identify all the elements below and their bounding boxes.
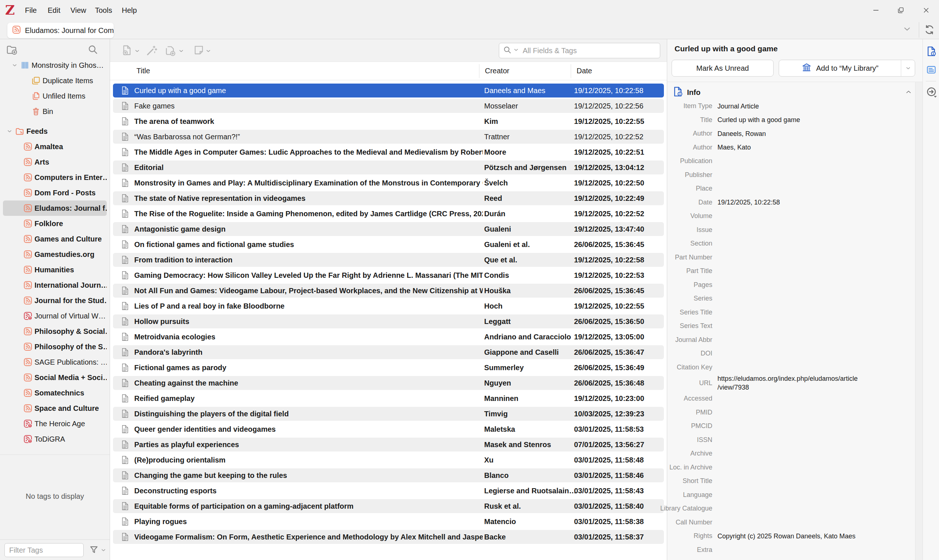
- new-attachment-chevron-icon[interactable]: [178, 48, 184, 55]
- new-item-chevron-icon[interactable]: [134, 48, 140, 55]
- column-header-date[interactable]: Date: [577, 67, 592, 75]
- search-dropdown-chevron-icon[interactable]: [513, 47, 519, 54]
- sidebar-item-feeds[interactable]: Feeds: [3, 123, 107, 139]
- table-row[interactable]: Lies of P and a real boy in fake Bloodbo…: [113, 299, 664, 313]
- column-header-title[interactable]: Title: [136, 67, 150, 75]
- mark-as-unread-button[interactable]: Mark As Unread: [672, 60, 774, 77]
- info-field-library-catalogue[interactable]: Library Catalogue: [667, 502, 915, 515]
- table-row[interactable]: Not All Fun and Games: Videogame Labour,…: [113, 284, 664, 298]
- add-by-identifier-wand-icon[interactable]: [145, 45, 158, 58]
- table-row[interactable]: Antagonistic game designGualeni19/12/202…: [113, 222, 664, 236]
- info-field-archive[interactable]: Archive: [667, 447, 915, 461]
- info-field-issue[interactable]: Issue: [667, 223, 915, 237]
- sidebar-item-dom-ford-posts[interactable]: Dom Ford - Posts: [3, 185, 107, 200]
- menu-view[interactable]: View: [68, 0, 88, 20]
- table-row[interactable]: “Was Barbarossa not German?!”Trattner19/…: [113, 130, 664, 144]
- info-field-citation-key[interactable]: Citation Key: [667, 361, 915, 375]
- sidebar-item-games-and-culture[interactable]: Games and Culture: [3, 231, 107, 247]
- sidebar-item-philosophy-of-the-s[interactable]: Philosophy of the S…: [3, 339, 107, 354]
- sidebar-item-journal-of-virtual-w[interactable]: Journal of Virtual W…: [3, 308, 107, 324]
- sidebar-item-monstrosity-in-ghos[interactable]: Monstrosity in Ghos…: [3, 57, 107, 73]
- collection-search-icon[interactable]: [87, 44, 98, 57]
- minimize-icon[interactable]: [868, 0, 884, 20]
- sidebar-item-bin[interactable]: Bin: [3, 104, 107, 119]
- sidebar-item-humanities[interactable]: Humanities: [3, 262, 107, 277]
- sidebar-item-amaltea[interactable]: Amaltea: [3, 139, 107, 154]
- table-row[interactable]: The arena of teamworkKim19/12/2025, 10:2…: [113, 114, 664, 128]
- table-row[interactable]: Distinguishing the players of the digita…: [113, 407, 664, 421]
- info-field-author[interactable]: AuthorDaneels, Rowan: [667, 127, 915, 141]
- info-field-rights[interactable]: RightsCopyright (c) 2025 Rowan Daneels, …: [667, 529, 915, 543]
- table-row[interactable]: Changing the game but keeping to the rul…: [113, 468, 664, 482]
- tab-list-chevron-icon[interactable]: [902, 24, 912, 35]
- table-row[interactable]: From tradition to interactionQue et al.1…: [113, 253, 664, 267]
- info-field-pmcid[interactable]: PMCID: [667, 419, 915, 433]
- table-row[interactable]: The Middle Ages in Computer Games: Ludic…: [113, 145, 664, 159]
- table-row[interactable]: Pandora's labyrinthGiappone and Caselli2…: [113, 345, 664, 359]
- menu-help[interactable]: Help: [120, 0, 139, 20]
- table-row[interactable]: The state of Native representation in vi…: [113, 191, 664, 205]
- table-row[interactable]: Curled up with a good gameDaneels and Ma…: [113, 83, 664, 97]
- info-field-short-title[interactable]: Short Title: [667, 474, 915, 488]
- table-row[interactable]: Parties as playful experiencesMasek and …: [113, 438, 664, 452]
- menu-file[interactable]: File: [23, 0, 39, 20]
- new-attachment-icon[interactable]: [164, 45, 177, 58]
- table-row[interactable]: Equitable forms of participation on a ga…: [113, 499, 664, 513]
- table-row[interactable]: On fictional games and fictional game st…: [113, 237, 664, 251]
- filter-tags-input[interactable]: [5, 543, 83, 557]
- table-row[interactable]: (Re)producing orientalismXu03/01/2025, 1…: [113, 453, 664, 467]
- abstract-icon[interactable]: [926, 64, 937, 77]
- items-search-box[interactable]: [499, 43, 660, 58]
- column-divider[interactable]: [479, 64, 480, 78]
- info-field-publisher[interactable]: Publisher: [667, 168, 915, 182]
- tab-feed[interactable]: Eludamos: Journal for Compu: [7, 23, 114, 38]
- info-field-loc-in-archive[interactable]: Loc. in Archive: [667, 461, 915, 475]
- sidebar-item-philosophy-social[interactable]: Philosophy & Social…: [3, 324, 107, 339]
- info-document-icon[interactable]: [926, 46, 937, 58]
- info-field-series[interactable]: Series: [667, 292, 915, 306]
- locate-icon[interactable]: [926, 86, 937, 99]
- info-field-url[interactable]: URLhttps://eludamos.org/index.php/eludam…: [667, 374, 915, 392]
- sidebar-item-sage-publications[interactable]: SAGE Publications: …: [3, 354, 107, 370]
- sidebar-item-folklore[interactable]: Folklore: [3, 216, 107, 231]
- sidebar-item-the-heroic-age[interactable]: The Heroic Age: [3, 416, 107, 431]
- search-input[interactable]: [523, 46, 644, 55]
- info-field-title[interactable]: TitleCurled up with a good game: [667, 113, 915, 127]
- info-field-item-type[interactable]: Item TypeJournal Article: [667, 99, 915, 113]
- add-to-library-button[interactable]: Add to “My Library”: [779, 60, 915, 77]
- sidebar-item-international-journ[interactable]: International Journ…: [3, 277, 107, 293]
- info-field-section[interactable]: Section: [667, 237, 915, 251]
- sidebar-item-eludamos-journal-f[interactable]: Eludamos: Journal f…: [3, 200, 107, 216]
- table-row[interactable]: Reified gameplayManninen19/12/2025, 10:2…: [113, 391, 664, 405]
- sidebar-item-somatechnics[interactable]: Somatechnics: [3, 385, 107, 401]
- info-field-place[interactable]: Place: [667, 182, 915, 196]
- info-field-issn[interactable]: ISSN: [667, 433, 915, 447]
- table-row[interactable]: Monstrosity in Games and Play: A Multidi…: [113, 176, 664, 190]
- table-row[interactable]: Fictional games as parodySummerley26/06/…: [113, 361, 664, 375]
- sidebar-item-computers-in-enter[interactable]: Computers in Enter…: [3, 170, 107, 185]
- table-row[interactable]: The Rise of the Roguelite: Inside a Gami…: [113, 207, 664, 221]
- new-note-chevron-icon[interactable]: [205, 48, 211, 55]
- funnel-icon[interactable]: [89, 545, 99, 556]
- new-note-icon[interactable]: [193, 45, 205, 57]
- info-field-volume[interactable]: Volume: [667, 209, 915, 223]
- table-row[interactable]: Videogame Formalism: On Form, Aesthetic …: [113, 530, 664, 544]
- sidebar-item-unfiled-items[interactable]: Unfiled Items: [3, 88, 107, 104]
- info-field-doi[interactable]: DOI: [667, 347, 915, 361]
- table-row[interactable]: Gaming Democracy: How Silicon Valley Lev…: [113, 268, 664, 282]
- sidebar-item-space-and-culture[interactable]: Space and Culture: [3, 401, 107, 416]
- sidebar-item-journal-for-the-stud[interactable]: Journal for the Stud…: [3, 293, 107, 308]
- info-field-series-title[interactable]: Series Title: [667, 306, 915, 320]
- info-field-part-number[interactable]: Part Number: [667, 251, 915, 265]
- chevron-down-icon[interactable]: [5, 128, 14, 134]
- table-row[interactable]: Fake gamesMosselaer19/12/2025, 10:22:56: [113, 99, 664, 113]
- column-header-creator[interactable]: Creator: [485, 67, 509, 75]
- info-field-date[interactable]: Date19/12/2025, 10:22:58: [667, 196, 915, 210]
- column-divider[interactable]: [571, 64, 571, 78]
- menu-edit[interactable]: Edit: [45, 0, 62, 20]
- sidebar-item-social-media-soci[interactable]: Social Media + Soci…: [3, 370, 107, 385]
- maximize-icon[interactable]: [893, 0, 909, 20]
- info-field-pmid[interactable]: PMID: [667, 406, 915, 420]
- sync-icon[interactable]: [924, 24, 935, 37]
- item-pane-scrollbar[interactable]: [915, 82, 922, 560]
